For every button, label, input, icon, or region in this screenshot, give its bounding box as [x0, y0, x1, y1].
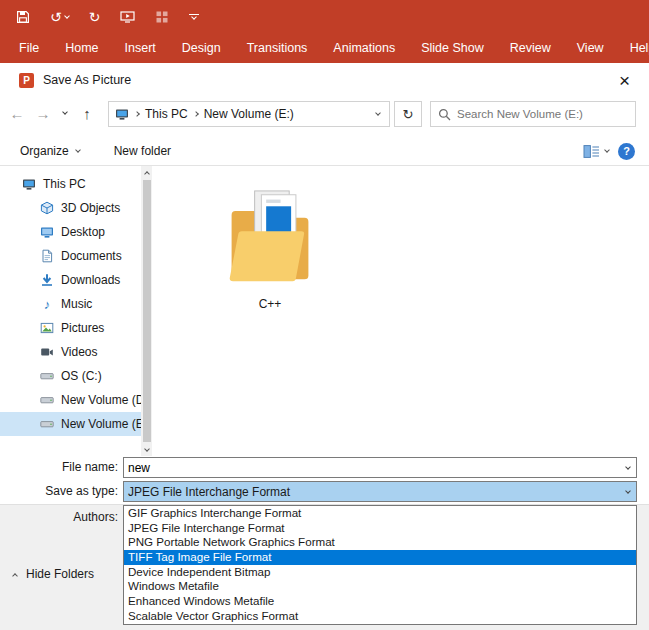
tab-file[interactable]: File	[6, 33, 52, 63]
videos-icon	[40, 345, 54, 359]
file-name-field[interactable]	[123, 457, 637, 478]
sidebar-item-this-pc[interactable]: This PC	[0, 172, 141, 196]
breadcrumb-new-volume-e[interactable]: New Volume (E:)	[204, 107, 294, 121]
tab-design[interactable]: Design	[169, 33, 234, 63]
dialog-title: Save As Picture	[43, 73, 131, 87]
change-view-button[interactable]	[583, 144, 609, 159]
customize-qat-icon[interactable]	[189, 14, 199, 19]
tab-transitions[interactable]: Transitions	[234, 33, 321, 63]
command-bar: Organize New folder ?	[0, 137, 649, 166]
sidebar-item-pictures[interactable]: Pictures	[0, 316, 141, 340]
redo-icon[interactable]: ↻	[89, 10, 101, 24]
screen: ↺ ↻ File Home Insert Design Transitions	[0, 0, 649, 630]
sidebar-item-videos[interactable]: Videos	[0, 340, 141, 364]
up-icon[interactable]: ↑	[76, 100, 98, 126]
tab-home[interactable]: Home	[52, 33, 111, 63]
view-icon	[583, 144, 600, 159]
breadcrumb-separator-icon	[188, 112, 204, 116]
save-as-type-dropdown: GIF Graphics Interchange Format JPEG Fil…	[123, 505, 637, 625]
navigation-bar: ← → ↑ This PC New Volume (E:) ↻	[0, 100, 649, 128]
dropdown-option-emf[interactable]: Enhanced Windows Metafile	[124, 594, 636, 609]
new-folder-button[interactable]: New folder	[114, 144, 171, 158]
sidebar-item-downloads[interactable]: Downloads	[0, 268, 141, 292]
quick-access-toolbar: ↺ ↻	[0, 0, 649, 33]
drive-icon	[40, 393, 54, 407]
hide-folders-button[interactable]: Hide Folders	[13, 563, 94, 585]
sidebar-item-new-volume-d[interactable]: New Volume (D:)	[0, 388, 141, 412]
sidebar-item-desktop[interactable]: Desktop	[0, 220, 141, 244]
sidebar-item-label: Desktop	[61, 225, 105, 239]
authors-label: Authors:	[0, 510, 118, 524]
search-input[interactable]	[457, 108, 628, 120]
tree-scrollbar[interactable]	[141, 166, 152, 456]
search-box[interactable]	[430, 101, 636, 127]
tab-view[interactable]: View	[564, 33, 617, 63]
file-name-label: File name:	[0, 457, 118, 478]
start-slideshow-icon[interactable]	[120, 10, 135, 24]
computer-icon	[22, 177, 36, 191]
address-bar[interactable]: This PC New Volume (E:)	[108, 101, 390, 127]
scrollbar-thumb[interactable]	[143, 180, 151, 442]
scroll-down-icon[interactable]	[141, 443, 152, 456]
save-icon[interactable]	[16, 10, 30, 24]
music-icon: ♪	[40, 297, 54, 311]
refresh-icon[interactable]: ↻	[394, 101, 422, 127]
dropdown-option-tiff[interactable]: TIFF Tag Image File Format	[124, 550, 636, 565]
save-as-type-combobox[interactable]: JPEG File Interchange Format	[123, 481, 637, 502]
sidebar-item-label: Videos	[61, 345, 97, 359]
dropdown-option-wmf[interactable]: Windows Metafile	[124, 579, 636, 594]
sidebar-item-label: Downloads	[61, 273, 120, 287]
powerpoint-ribbon: ↺ ↻ File Home Insert Design Transitions	[0, 0, 649, 63]
hide-folders-label: Hide Folders	[26, 567, 94, 581]
back-icon[interactable]: ←	[6, 100, 28, 126]
tab-review[interactable]: Review	[497, 33, 564, 63]
tab-help[interactable]: Help	[617, 33, 649, 63]
dropdown-option-gif[interactable]: GIF Graphics Interchange Format	[124, 506, 636, 521]
sidebar-item-3d-objects[interactable]: 3D Objects	[0, 196, 141, 220]
sidebar-item-label: This PC	[43, 177, 86, 191]
close-icon[interactable]: ×	[610, 71, 639, 90]
folder-item-cpp[interactable]: C++	[200, 184, 340, 311]
help-icon[interactable]: ?	[618, 143, 635, 160]
sidebar-item-os-c[interactable]: OS (C:)	[0, 364, 141, 388]
sidebar-item-new-volume-e[interactable]: New Volume (E:)	[0, 412, 141, 436]
dropdown-option-png[interactable]: PNG Portable Network Graphics Format	[124, 535, 636, 550]
tab-slide-show[interactable]: Slide Show	[408, 33, 497, 63]
file-name-input[interactable]	[124, 461, 619, 475]
dropdown-option-dib[interactable]: Device Independent Bitmap	[124, 565, 636, 580]
powerpoint-file-icon: P	[19, 73, 34, 88]
drive-icon	[40, 417, 54, 431]
chevron-down-icon[interactable]	[619, 482, 636, 501]
sidebar-item-label: New Volume (E:)	[61, 417, 141, 431]
sidebar-item-label: OS (C:)	[61, 369, 102, 383]
organize-label: Organize	[20, 144, 69, 158]
tab-insert[interactable]: Insert	[112, 33, 169, 63]
desktop-icon	[40, 225, 54, 239]
chevron-up-icon	[12, 573, 18, 579]
sidebar-item-music[interactable]: ♪ Music	[0, 292, 141, 316]
dropdown-option-jpeg[interactable]: JPEG File Interchange Format	[124, 521, 636, 536]
sidebar-item-label: Music	[61, 297, 92, 311]
grid-icon[interactable]	[155, 10, 169, 24]
forward-icon[interactable]: →	[32, 100, 54, 126]
chevron-down-icon	[604, 147, 610, 153]
downloads-icon	[40, 273, 54, 287]
organize-button[interactable]: Organize	[20, 144, 80, 158]
undo-dropdown-icon[interactable]	[64, 13, 70, 19]
sidebar-item-documents[interactable]: Documents	[0, 244, 141, 268]
undo-icon[interactable]: ↺	[50, 10, 69, 24]
address-dropdown-icon[interactable]	[367, 102, 389, 126]
dropdown-option-svg[interactable]: Scalable Vector Graphics Format	[124, 609, 636, 624]
search-icon	[438, 108, 451, 121]
chevron-down-icon[interactable]	[619, 458, 636, 477]
folder-name: C++	[200, 297, 340, 311]
documents-icon	[40, 249, 54, 263]
tab-animations[interactable]: Animations	[320, 33, 408, 63]
scroll-up-icon[interactable]	[141, 166, 152, 179]
computer-icon	[115, 107, 129, 121]
sidebar-item-label: Pictures	[61, 321, 104, 335]
sidebar-item-label: 3D Objects	[61, 201, 120, 215]
breadcrumb-separator-icon	[129, 112, 145, 116]
breadcrumb-this-pc[interactable]: This PC	[145, 107, 188, 121]
recent-locations-icon[interactable]	[58, 100, 72, 126]
